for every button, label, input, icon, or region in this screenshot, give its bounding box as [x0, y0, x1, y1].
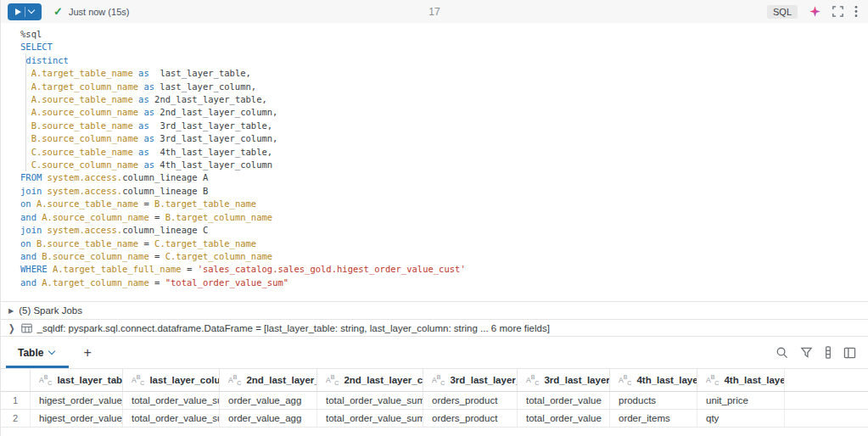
header-filler — [784, 369, 868, 391]
code-line: and A.target_column_name = "total_order_… — [20, 277, 868, 289]
search-icon[interactable] — [776, 346, 788, 359]
run-button-divider — [25, 7, 25, 17]
table-cell: orders_product — [423, 392, 517, 409]
column-header-label: last_layer_table — [57, 375, 122, 385]
column-header[interactable]: ABC4th_last_layer_table — [609, 369, 697, 391]
table-cell: total_order_value_sum — [122, 410, 219, 427]
row-filler — [784, 410, 868, 427]
column-header[interactable]: ABClast_layer_column — [122, 369, 219, 391]
cell-toolbar: ✓ Just now (15s) 17 SQL — [1, 0, 868, 23]
code-line: on A.source_table_name = B.target_table_… — [20, 198, 868, 210]
column-header[interactable]: ABC3rd_last_layer_table — [423, 369, 517, 391]
string-type-icon: ABC — [526, 374, 539, 386]
results-table: ABClast_layer_tableABClast_layer_columnA… — [1, 368, 868, 428]
column-header[interactable]: ABC3rd_last_layer_column — [517, 369, 609, 391]
table-cell: qty — [697, 410, 784, 427]
column-header-label: 2nd_last_layer_table — [246, 375, 316, 385]
play-icon[interactable] — [15, 8, 21, 15]
filter-icon[interactable] — [800, 346, 813, 359]
column-header[interactable]: ABClast_layer_table — [30, 369, 122, 391]
column-header-label: 4th_last_layer_table — [636, 375, 697, 385]
table-cell: order_items — [609, 410, 697, 427]
string-type-icon: ABC — [39, 374, 52, 386]
code-line: A.target_column_name as last_layer_colum… — [20, 81, 868, 93]
code-line: A.target_table_name as last_layer_table, — [20, 67, 868, 80]
column-header[interactable]: ABC4th_last_layer_column — [697, 369, 784, 391]
kebab-menu-icon[interactable] — [854, 5, 858, 18]
code-line: join system.access.column_lineage B — [20, 185, 868, 198]
chevron-right-icon[interactable]: ❯ — [8, 322, 15, 333]
column-header[interactable]: ABC2nd_last_layer_column — [316, 369, 423, 391]
notebook-cell: ✓ Just now (15s) 17 SQL — [0, 0, 868, 436]
code-line: SELECT — [20, 41, 868, 53]
success-check-icon: ✓ — [53, 5, 63, 18]
table-cell: total_order_value_sum — [122, 392, 219, 409]
column-header-label: 3rd_last_layer_table — [450, 375, 517, 385]
code-editor[interactable]: %sqlSELECT distinct A.target_table_name … — [1, 23, 868, 301]
indent-guide — [25, 54, 26, 171]
cell-toolbar-right: SQL — [767, 5, 858, 19]
dataframe-table-icon — [21, 323, 32, 333]
table-cell: total_order_value — [517, 410, 609, 427]
code-line: A.source_column_name as 2nd_last_layer_c… — [20, 106, 868, 119]
results-toolbar: Table + — [1, 337, 868, 368]
code-line: WHERE A.target_table_full_name = 'sales_… — [20, 263, 868, 276]
tab-table[interactable]: Table — [18, 337, 54, 368]
maximize-icon[interactable] — [832, 6, 843, 17]
table-cell: orders_product — [423, 410, 517, 427]
active-tab-underline — [6, 366, 69, 368]
chevron-down-icon[interactable] — [28, 7, 35, 14]
string-type-icon: ABC — [132, 374, 144, 386]
table-cell: order_value_agg — [219, 410, 316, 427]
code-line: and B.source_column_name = C.target_colu… — [20, 250, 868, 263]
row-number-header — [1, 369, 30, 391]
spark-jobs-toggle[interactable]: ▶ (5) Spark Jobs — [1, 301, 868, 319]
last-run-time[interactable]: Just now (15s) — [69, 7, 130, 17]
column-header-label: last_layer_column — [149, 375, 219, 385]
triangle-right-icon[interactable]: ▶ — [8, 307, 14, 315]
column-header[interactable]: ABC2nd_last_layer_table — [219, 369, 316, 391]
table-row: 1higest_order_value_custtotal_order_valu… — [1, 392, 868, 410]
code-line: distinct — [20, 54, 868, 67]
code-lines: %sqlSELECT distinct A.target_table_name … — [20, 28, 868, 289]
results-header-row: ABClast_layer_tableABClast_layer_columnA… — [1, 368, 868, 392]
sqldf-summary-toggle[interactable]: ❯ _sqldf: pyspark.sql.connect.dataframe.… — [1, 319, 868, 337]
row-number: 1 — [1, 392, 30, 409]
assistant-sparkle-icon[interactable] — [809, 5, 821, 18]
table-cell: products — [609, 392, 697, 409]
string-type-icon: ABC — [432, 374, 445, 386]
code-line: and A.source_column_name = B.target_colu… — [20, 211, 868, 224]
results-body: 1higest_order_value_custtotal_order_valu… — [1, 392, 868, 428]
tab-table-label: Table — [18, 347, 43, 359]
table-cell: total_order_value_sum — [316, 392, 423, 409]
code-line: B.source_column_name as 3rd_last_layer_c… — [20, 132, 868, 145]
string-type-icon: ABC — [619, 374, 631, 386]
row-filler — [784, 392, 868, 409]
string-type-icon: ABC — [706, 374, 719, 386]
run-button[interactable] — [8, 3, 42, 20]
spark-jobs-label: (5) Spark Jobs — [19, 305, 82, 316]
code-line: A.source_table_name as 2nd_last_layer_ta… — [20, 93, 868, 106]
code-line: %sql — [20, 28, 868, 41]
side-panel-icon[interactable] — [843, 347, 856, 359]
row-number: 2 — [1, 410, 30, 427]
table-cell: unit_price — [697, 392, 784, 409]
string-type-icon: ABC — [228, 374, 241, 386]
table-cell: higest_order_value_cust — [30, 392, 122, 409]
code-line: C.source_column_name as 4th_last_layer_c… — [20, 159, 868, 171]
column-profile-icon[interactable] — [825, 346, 832, 359]
language-badge[interactable]: SQL — [767, 5, 798, 19]
code-line: B.source_table_name as 3rd_last_layer_ta… — [20, 120, 868, 132]
column-header-label: 2nd_last_layer_column — [344, 375, 423, 385]
table-cell: higest_order_value_cust — [30, 410, 122, 427]
chevron-down-icon[interactable] — [48, 348, 55, 355]
table-cell: order_value_agg — [219, 392, 316, 409]
code-line: on B.source_table_name = C.target_table_… — [20, 238, 868, 250]
add-visualization-button[interactable]: + — [83, 345, 91, 361]
cell-number: 17 — [428, 6, 440, 18]
code-line: FROM system.access.column_lineage A — [20, 171, 868, 184]
string-type-icon: ABC — [326, 374, 339, 386]
table-cell: total_order_value_sum — [316, 410, 423, 427]
results-toolbar-icons — [776, 346, 856, 359]
column-header-label: 4th_last_layer_column — [724, 375, 784, 385]
